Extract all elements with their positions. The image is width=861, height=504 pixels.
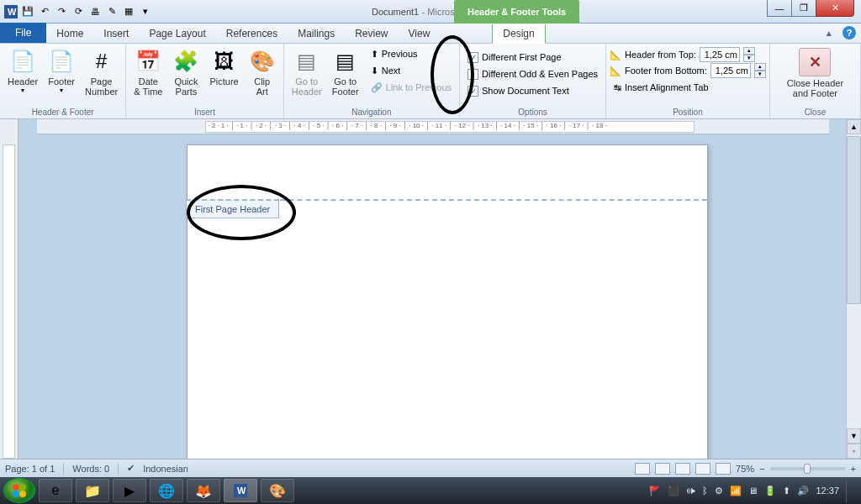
undo-icon[interactable]: ↶ [37, 4, 52, 19]
group-header-footer: 📄Header▾ 📄Footer▾ #Page Number Header & … [0, 44, 126, 118]
tab-file[interactable]: File [0, 23, 46, 43]
draft-view-icon[interactable] [716, 463, 731, 475]
group-close: ✕Close Header and Footer Close [770, 44, 861, 118]
horizontal-ruler[interactable]: · 2 · 1 · │ · 1 · │ · 2 · │ · 3 · │ · 4 … [37, 119, 829, 134]
zoom-level[interactable]: 75% [736, 464, 754, 474]
tab-view[interactable]: View [399, 24, 441, 43]
print-layout-view-icon[interactable] [635, 463, 650, 475]
quick-parts-button[interactable]: 🧩Quick Parts [168, 45, 203, 99]
start-button[interactable] [3, 478, 35, 503]
group-label: Close [805, 106, 827, 118]
taskbar-media-icon[interactable]: ▶ [113, 479, 146, 502]
tab-home[interactable]: Home [46, 24, 93, 43]
spinner[interactable]: ▲▼ [754, 63, 766, 78]
tab-references[interactable]: References [216, 24, 288, 43]
different-first-page-checkbox[interactable]: ✓Different First Page [463, 49, 602, 66]
document-area[interactable]: · 2 · 1 · │ · 1 · │ · 2 · │ · 3 · │ · 4 … [18, 119, 846, 459]
taskbar-ie-icon[interactable]: e [39, 479, 72, 502]
svg-point-3 [19, 484, 26, 491]
svg-text:W: W [237, 486, 246, 496]
close-header-footer-button[interactable]: ✕Close Header and Footer [783, 45, 848, 101]
taskbar-word-icon[interactable]: W [224, 479, 257, 502]
goto-footer-button[interactable]: ▤Go to Footer [328, 45, 363, 99]
page-number-button[interactable]: #Page Number [81, 45, 122, 99]
ribbon: 📄Header▾ 📄Footer▾ #Page Number Header & … [0, 44, 861, 119]
tab-mailings[interactable]: Mailings [288, 24, 345, 43]
page-status[interactable]: Page: 1 of 1 [5, 464, 55, 474]
minimize-ribbon-icon[interactable]: ▴ [822, 26, 836, 39]
tab-review[interactable]: Review [345, 24, 398, 43]
status-bar: Page: 1 of 1 Words: 0 ✔ Indonesian 75% −… [0, 459, 861, 477]
header-tag: First Page Header [186, 199, 279, 218]
header-top-input[interactable] [700, 47, 740, 62]
qat-icon[interactable]: ⟳ [71, 4, 86, 19]
tray-bluetooth-icon[interactable]: ᛒ [702, 486, 708, 496]
help-icon[interactable]: ? [843, 26, 856, 39]
taskbar-app-icon[interactable]: 🎨 [261, 479, 294, 502]
word-count[interactable]: Words: 0 [72, 464, 109, 474]
tab-page-layout[interactable]: Page Layout [139, 24, 215, 43]
restore-button[interactable]: ❐ [791, 0, 816, 17]
vertical-ruler[interactable] [0, 119, 18, 459]
language-status[interactable]: Indonesian [143, 464, 188, 474]
tab-design[interactable]: Design [492, 24, 545, 44]
tray-icon[interactable]: 🕪 [686, 486, 695, 496]
scroll-up-icon[interactable]: ▲ [847, 119, 861, 134]
previous-button[interactable]: ⬆Previous [367, 45, 456, 62]
web-layout-view-icon[interactable] [675, 463, 690, 475]
clip-art-button[interactable]: 🎨Clip Art [245, 45, 280, 99]
next-button[interactable]: ⬇Next [367, 62, 456, 79]
tray-icon[interactable]: 🖥 [748, 486, 758, 496]
vertical-scrollbar[interactable]: ▲ ▼ ◦ [846, 119, 861, 459]
scroll-thumb[interactable] [847, 136, 861, 304]
page[interactable]: First Page Header [187, 144, 708, 459]
footer-bottom-input[interactable] [710, 63, 751, 78]
outline-view-icon[interactable] [695, 463, 710, 475]
full-screen-view-icon[interactable] [655, 463, 670, 475]
show-document-text-checkbox[interactable]: ✓Show Document Text [463, 82, 602, 99]
insert-alignment-tab-button[interactable]: ↹Insert Alignment Tab [610, 79, 766, 96]
header-icon: 📄 [9, 48, 36, 75]
word-icon[interactable]: W [3, 4, 18, 19]
svg-point-4 [13, 491, 19, 497]
zoom-out-icon[interactable]: − [759, 464, 764, 474]
ribbon-tabs: File Home Insert Page Layout References … [0, 24, 861, 44]
different-odd-even-checkbox[interactable]: Different Odd & Even Pages [463, 66, 602, 82]
minimize-button[interactable]: — [767, 0, 792, 17]
qat-icon[interactable]: 🖶 [87, 4, 103, 19]
close-button[interactable]: ✕ [816, 0, 854, 17]
date-time-button[interactable]: 📅Date & Time [129, 45, 166, 99]
qat-icon[interactable]: ✎ [104, 4, 119, 19]
show-desktop-button[interactable] [846, 479, 853, 502]
zoom-slider[interactable] [770, 467, 846, 470]
tray-network-icon[interactable]: 📶 [730, 486, 742, 496]
tray-flag-icon[interactable]: 🚩 [649, 486, 661, 496]
scroll-down-icon[interactable]: ▼ [847, 428, 861, 444]
header-button[interactable]: 📄Header▾ [3, 45, 42, 97]
browse-object-icon[interactable]: ◦ [847, 444, 861, 459]
workspace: · 2 · 1 · │ · 1 · │ · 2 · │ · 3 · │ · 4 … [0, 119, 861, 459]
link-previous-button: 🔗Link to Previous [367, 79, 456, 96]
tray-volume-icon[interactable]: 🔊 [797, 486, 809, 496]
taskbar-explorer-icon[interactable]: 📁 [76, 479, 109, 502]
spinner[interactable]: ▲▼ [743, 47, 755, 62]
picture-button[interactable]: 🖼Picture [205, 45, 242, 89]
clock[interactable]: 12:37 [816, 486, 839, 496]
save-icon[interactable]: 💾 [20, 4, 35, 19]
tray-icon[interactable]: ⚙ [715, 486, 723, 496]
zoom-in-icon[interactable]: + [851, 464, 856, 474]
taskbar-app-icon[interactable]: 🌐 [150, 479, 183, 502]
tab-insert[interactable]: Insert [93, 24, 139, 43]
qat-dropdown-icon[interactable]: ▾ [138, 4, 153, 19]
qat-icon[interactable]: ▦ [121, 4, 136, 19]
taskbar-firefox-icon[interactable]: 🦊 [187, 479, 220, 502]
footer-button[interactable]: 📄Footer▾ [44, 45, 79, 97]
tray-icon[interactable]: ⬆ [783, 486, 790, 496]
svg-point-2 [13, 484, 19, 491]
close-icon: ✕ [799, 48, 831, 76]
goto-header-button[interactable]: ▤Go to Header [288, 45, 326, 99]
tray-battery-icon[interactable]: 🔋 [764, 486, 776, 496]
tray-icon[interactable]: ⬛ [668, 486, 679, 496]
proofing-icon[interactable]: ✔ [127, 463, 135, 474]
redo-icon[interactable]: ↷ [54, 4, 69, 19]
